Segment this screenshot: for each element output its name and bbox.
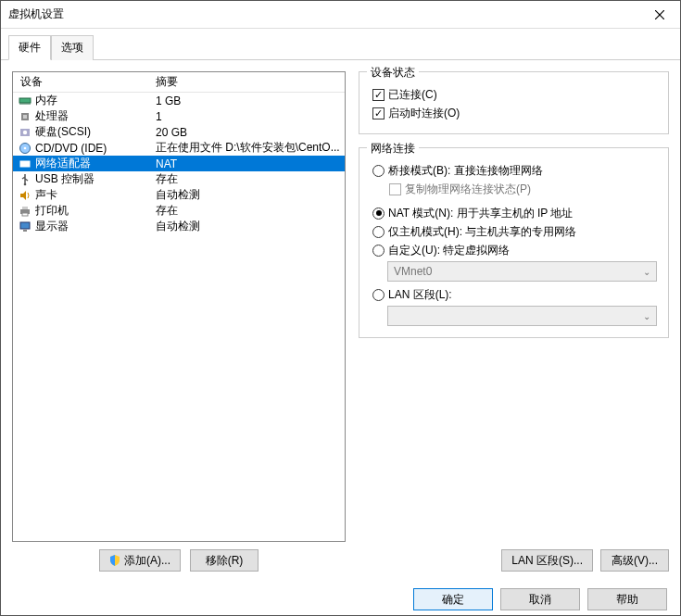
connected-label: 已连接(C)	[388, 87, 437, 103]
device-row-cd[interactable]: CD/DVD (IDE)正在使用文件 D:\软件安装包\CentO...	[13, 140, 345, 156]
net-icon	[17, 157, 33, 170]
radio-nat[interactable]: NAT 模式(N): 用于共享主机的 IP 地址	[371, 204, 657, 222]
device-summary: 自动检测	[152, 219, 345, 234]
sound-icon	[17, 189, 33, 202]
tab-hardware[interactable]: 硬件	[8, 35, 51, 60]
device-name: 网络适配器	[33, 156, 152, 171]
device-summary: 正在使用文件 D:\软件安装包\CentO...	[152, 140, 345, 156]
nat-label: NAT 模式(N): 用于共享主机的 IP 地址	[388, 206, 573, 221]
svg-rect-2	[19, 98, 31, 103]
shield-icon	[109, 555, 120, 566]
header-summary: 摘要	[152, 74, 345, 90]
window-title: 虚拟机设置	[8, 6, 64, 22]
lan-segments-button[interactable]: LAN 区段(S)...	[501, 549, 593, 572]
network-group: 网络连接 桥接模式(B): 直接连接物理网络 复制物理网络连接状态(P) NAT…	[359, 147, 669, 338]
checkbox-on-icon	[372, 89, 385, 101]
list-header: 设备 摘要	[13, 72, 345, 93]
svg-rect-22	[23, 230, 27, 232]
svg-rect-21	[20, 222, 30, 229]
radio-off-icon	[372, 289, 385, 301]
radio-custom[interactable]: 自定义(U): 特定虚拟网络	[371, 241, 657, 259]
device-summary: 20 GB	[152, 126, 345, 139]
connect-on-start-checkbox[interactable]: 启动时连接(O)	[371, 104, 657, 122]
device-row-usb[interactable]: USB 控制器存在	[13, 171, 345, 187]
ok-button[interactable]: 确定	[413, 588, 493, 610]
device-row-cpu[interactable]: 处理器1	[13, 108, 345, 124]
dialog-footer: 确定 取消 帮助	[1, 579, 680, 616]
tab-options[interactable]: 选项	[51, 35, 94, 60]
device-name: CD/DVD (IDE)	[33, 142, 152, 155]
device-row-sound[interactable]: 声卡自动检测	[13, 187, 345, 203]
print-icon	[17, 205, 33, 218]
radio-on-icon	[372, 207, 385, 220]
chevron-down-icon: ⌄	[643, 311, 650, 321]
checkbox-on-icon	[372, 107, 385, 119]
close-icon	[655, 10, 664, 19]
vmnet-value: VMnet0	[394, 265, 432, 278]
display-icon	[17, 220, 33, 233]
device-row-display[interactable]: 显示器自动检测	[13, 219, 345, 234]
radio-lan-segment[interactable]: LAN 区段(L):	[371, 285, 657, 304]
device-summary: NAT	[152, 157, 345, 170]
device-name: 显示器	[33, 219, 152, 234]
device-summary: 1	[152, 110, 345, 123]
usb-icon	[17, 173, 33, 186]
title-bar: 虚拟机设置	[1, 1, 680, 29]
device-summary: 自动检测	[152, 187, 345, 203]
svg-point-12	[23, 130, 27, 133]
device-summary: 1 GB	[152, 94, 345, 107]
bridge-label: 桥接模式(B): 直接连接物理网络	[388, 163, 543, 179]
content-area: 设备 摘要 内存1 GB处理器1硬盘(SCSI)20 GBCD/DVD (IDE…	[1, 60, 680, 579]
connect-on-label: 启动时连接(O)	[388, 106, 460, 121]
tab-strip: 硬件 选项	[1, 29, 680, 60]
replicate-label: 复制物理网络连接状态(P)	[405, 182, 531, 197]
lan-label: LAN 区段(L):	[388, 287, 452, 303]
list-body: 内存1 GB处理器1硬盘(SCSI)20 GBCD/DVD (IDE)正在使用文…	[13, 93, 345, 541]
cd-icon	[17, 142, 33, 155]
radio-off-icon	[372, 226, 385, 238]
remove-button[interactable]: 移除(R)	[190, 549, 259, 572]
device-name: 处理器	[33, 108, 152, 124]
svg-rect-19	[22, 207, 28, 209]
cancel-button[interactable]: 取消	[500, 588, 580, 610]
checkbox-off-icon	[389, 183, 401, 195]
radio-bridge[interactable]: 桥接模式(B): 直接连接物理网络	[371, 161, 657, 180]
help-button[interactable]: 帮助	[587, 588, 667, 610]
device-name: 内存	[33, 93, 152, 108]
device-summary: 存在	[152, 203, 345, 219]
radio-hostonly[interactable]: 仅主机模式(H): 与主机共享的专用网络	[371, 222, 657, 241]
hw-buttons: 添加(A)... 移除(R)	[12, 549, 346, 572]
group-title-network: 网络连接	[367, 141, 419, 157]
device-name: 声卡	[33, 187, 152, 203]
advanced-button[interactable]: 高级(V)...	[600, 549, 669, 572]
right-footer-buttons: LAN 区段(S)... 高级(V)...	[359, 546, 669, 572]
memory-icon	[17, 94, 33, 107]
replicate-checkbox: 复制物理网络连接状态(P)	[387, 180, 657, 198]
svg-point-14	[24, 146, 27, 149]
host-label: 仅主机模式(H): 与主机共享的专用网络	[388, 224, 576, 240]
device-row-memory[interactable]: 内存1 GB	[13, 93, 345, 108]
device-row-net[interactable]: 网络适配器NAT	[13, 156, 345, 171]
svg-rect-20	[22, 213, 28, 216]
device-name: USB 控制器	[33, 171, 152, 187]
close-button[interactable]	[638, 1, 680, 28]
device-list: 设备 摘要 内存1 GB处理器1硬盘(SCSI)20 GBCD/DVD (IDE…	[12, 71, 346, 542]
add-button[interactable]: 添加(A)...	[99, 549, 181, 572]
connected-checkbox[interactable]: 已连接(C)	[371, 85, 657, 104]
custom-label: 自定义(U): 特定虚拟网络	[388, 243, 510, 258]
device-status-group: 设备状态 已连接(C) 启动时连接(O)	[359, 71, 669, 134]
right-panel: 设备状态 已连接(C) 启动时连接(O) 网络连接 桥接模式(B): 直接连接物…	[359, 71, 669, 572]
device-row-disk[interactable]: 硬盘(SCSI)20 GB	[13, 124, 345, 140]
device-name: 硬盘(SCSI)	[33, 124, 152, 140]
add-label: 添加(A)...	[124, 553, 170, 569]
group-title-status: 设备状态	[367, 65, 419, 81]
svg-rect-10	[23, 115, 27, 119]
radio-off-icon	[372, 165, 385, 177]
device-name: 打印机	[33, 203, 152, 219]
chevron-down-icon: ⌄	[643, 267, 650, 277]
disk-icon	[17, 126, 33, 139]
radio-off-icon	[372, 245, 385, 257]
device-row-print[interactable]: 打印机存在	[13, 203, 345, 219]
svg-rect-16	[22, 163, 28, 165]
vmnet-combo: VMnet0 ⌄	[387, 261, 657, 282]
